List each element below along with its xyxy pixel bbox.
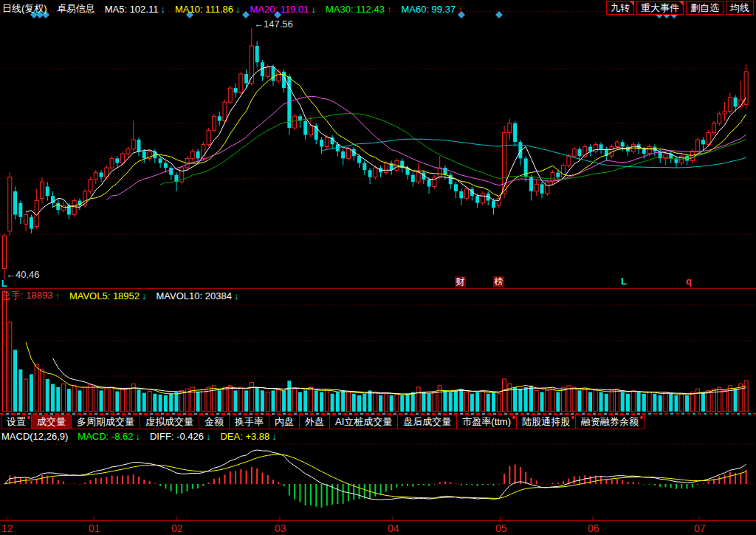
volume-bar bbox=[72, 386, 76, 412]
tab-6[interactable]: 内盘 bbox=[269, 415, 300, 429]
indicator-tabs: 设置成交量多周期成交量虚拟成交量金额换手率内盘外盘AI立桩成交量盘后成交量市盈率… bbox=[1, 415, 645, 429]
volume-bar bbox=[642, 394, 646, 412]
stock-name: 卓易信息 bbox=[57, 2, 95, 16]
volume-bar bbox=[610, 390, 614, 412]
candle-body bbox=[416, 172, 420, 182]
new-dot-icon bbox=[571, 416, 574, 419]
tab-11[interactable]: 陆股通持股 bbox=[516, 415, 576, 429]
candle-body bbox=[690, 151, 694, 161]
volume-bar bbox=[572, 387, 576, 412]
candle-body bbox=[647, 147, 651, 154]
corner-flag-icon bbox=[678, 1, 684, 6]
volume-bar bbox=[379, 395, 382, 412]
tab-10[interactable]: 市盈率(ttm) bbox=[456, 415, 517, 429]
volume-header-item-1: MAVOL5: 18952↓ bbox=[69, 289, 147, 302]
volume-bar bbox=[449, 392, 453, 412]
volume-bar bbox=[492, 392, 495, 412]
volume-bar bbox=[465, 392, 469, 412]
toolbar-button-1[interactable]: 重大事件 bbox=[636, 1, 684, 15]
volume-bar bbox=[148, 392, 151, 412]
tab-7[interactable]: 外盘 bbox=[299, 415, 330, 429]
volume-bar bbox=[427, 394, 431, 412]
candle-body bbox=[551, 172, 554, 182]
candle-body bbox=[228, 88, 232, 102]
toolbar-button-0[interactable]: 九转 bbox=[606, 1, 634, 15]
volume-bar bbox=[653, 394, 656, 412]
tab-9[interactable]: 盘后成交量 bbox=[397, 415, 457, 429]
volume-bar bbox=[244, 390, 248, 412]
volume-bar bbox=[690, 392, 694, 412]
volume-bar bbox=[325, 390, 329, 412]
volume-bar bbox=[352, 394, 356, 412]
volume-bar bbox=[105, 389, 109, 412]
volume-bar bbox=[718, 387, 721, 412]
candle-body bbox=[459, 191, 463, 199]
volume-bar bbox=[239, 387, 243, 412]
candle-body bbox=[513, 123, 517, 142]
month-label-2: 02 bbox=[171, 522, 183, 534]
volume-bar bbox=[46, 379, 49, 412]
toolbar-button-3[interactable]: 均线 bbox=[726, 1, 754, 15]
volume-bar bbox=[94, 387, 97, 412]
month-label-7: 07 bbox=[694, 522, 706, 534]
volume-bar bbox=[475, 392, 479, 412]
tab-0[interactable]: 设置 bbox=[1, 415, 32, 429]
chart-canvas[interactable] bbox=[0, 0, 756, 535]
volume-bar bbox=[362, 394, 366, 412]
month-label-4: 04 bbox=[388, 522, 399, 534]
candle-body bbox=[272, 67, 275, 81]
volume-bar bbox=[400, 395, 404, 412]
candle-body bbox=[110, 158, 114, 168]
volume-bar bbox=[631, 390, 635, 412]
volume-bar bbox=[503, 379, 506, 412]
tab-4[interactable]: 金额 bbox=[199, 415, 230, 429]
volume-bar bbox=[540, 392, 544, 412]
volume-bar bbox=[13, 350, 17, 412]
tab-5[interactable]: 换手率 bbox=[229, 415, 269, 429]
candle-body bbox=[567, 156, 571, 166]
candle-body bbox=[325, 137, 329, 147]
volume-bar bbox=[357, 395, 361, 412]
candle-body bbox=[320, 140, 323, 147]
candle-body bbox=[212, 116, 216, 130]
candle-body bbox=[239, 74, 243, 92]
candle-body bbox=[535, 184, 538, 191]
candle-body bbox=[734, 98, 738, 107]
candle-body bbox=[481, 194, 484, 203]
candle-body bbox=[196, 151, 200, 159]
volume-bar bbox=[223, 387, 227, 412]
volume-bar bbox=[303, 390, 307, 412]
bottom-badge-1[interactable]: 榜 bbox=[493, 276, 504, 287]
tab-1[interactable]: 成交量 bbox=[31, 415, 72, 429]
volume-bar bbox=[406, 394, 410, 412]
toolbar-button-2[interactable]: 删自选 bbox=[686, 1, 724, 15]
volume-bar bbox=[470, 394, 474, 412]
volume-bar bbox=[551, 389, 554, 412]
candle-body bbox=[3, 236, 7, 268]
volume-bar bbox=[739, 384, 743, 412]
volume-bar bbox=[250, 382, 253, 412]
candle-body bbox=[374, 168, 377, 177]
toolbar-buttons: 九转重大事件删自选均线 bbox=[604, 1, 754, 15]
volume-bar bbox=[78, 390, 81, 412]
candle-body bbox=[40, 182, 44, 198]
tab-8[interactable]: AI立桩成交量 bbox=[329, 415, 398, 429]
candle-body bbox=[131, 140, 135, 149]
tab-2[interactable]: 多周期成交量 bbox=[71, 415, 140, 429]
volume-bar bbox=[24, 379, 28, 412]
volume-bar bbox=[459, 389, 463, 412]
volume-bar bbox=[546, 390, 549, 412]
volume-bar bbox=[577, 390, 581, 412]
volume-bar bbox=[255, 387, 259, 412]
volume-header-item-2: MAVOL10: 20384↓ bbox=[157, 289, 239, 302]
candle-body bbox=[309, 126, 312, 135]
month-label-6: 06 bbox=[588, 522, 599, 534]
bottom-badge-0[interactable]: 财 bbox=[455, 276, 466, 287]
volume-bar bbox=[518, 389, 522, 412]
tab-12[interactable]: 融资融券余额 bbox=[575, 415, 645, 429]
volume-bar bbox=[637, 392, 641, 412]
tab-3[interactable]: 虚拟成交量 bbox=[140, 415, 199, 429]
candle-body bbox=[642, 149, 646, 154]
candle-body bbox=[346, 149, 350, 159]
candle-body bbox=[454, 184, 458, 191]
